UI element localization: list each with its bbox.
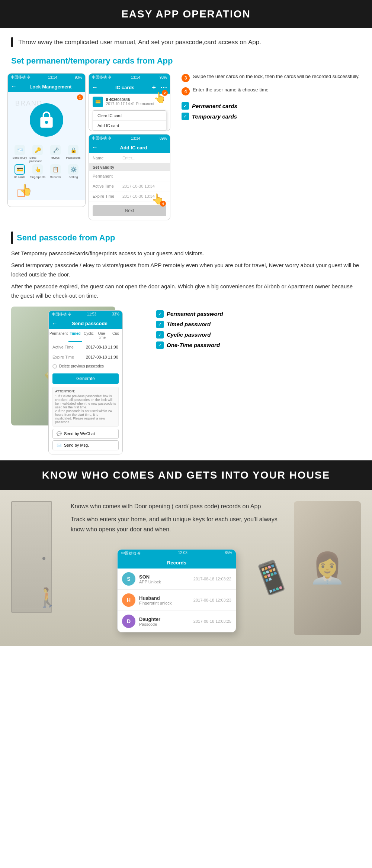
section1-subtitle: Set permanent/temporary cards from App: [0, 51, 372, 69]
back-arrow4-icon[interactable]: ←: [52, 320, 58, 327]
delete-label: Delete previous passcodes: [59, 364, 104, 368]
step4-text: Enter the user name & choose time: [193, 87, 269, 93]
section4: 🚶 Knows who comes with Door opening ( ca…: [0, 490, 372, 646]
permanent-pw-label: Permanent password: [167, 311, 223, 317]
back-arrow-icon[interactable]: ←: [11, 83, 17, 90]
send-passcode-left: 🧹 中国移动 令 11:53 33% ← Send passcode Perma…: [11, 307, 145, 454]
tab-cus[interactable]: Cus: [109, 329, 122, 342]
step4-instruction: 4 Enter the user name & choose time: [182, 87, 365, 95]
son-avatar: S: [122, 572, 135, 586]
screen1-titlebar: ← Lock Management: [8, 81, 85, 92]
records-statusbar: 中国移动 令 12:03 85%: [118, 550, 236, 557]
add-ic-icon[interactable]: +: [152, 84, 156, 91]
password-checkboxes: ✓ Permanent password ✓ Timed password ✓ …: [156, 310, 223, 352]
grid-ekeys[interactable]: 🗝️ eKeys: [47, 145, 64, 163]
cyclic-pw-check-icon: ✓: [156, 331, 164, 339]
name-field[interactable]: Name Enter...: [89, 153, 170, 163]
msg-icon: ✉️: [57, 443, 62, 448]
hand-phone-icon: 📱: [248, 555, 295, 601]
section4-text1: Knows who comes with Door opening ( card…: [71, 501, 283, 511]
send-passcode-title: Send passcode: [60, 321, 119, 326]
husband-method: Fingerprint unlock: [139, 601, 190, 605]
next-button[interactable]: Next: [93, 205, 166, 216]
husband-time: 2017-08-18 12:03:23: [193, 598, 231, 602]
back-arrow2-icon[interactable]: ←: [92, 84, 98, 91]
tab-onetime[interactable]: One-time: [95, 329, 109, 342]
section3-banner: KNOW WHO COMES AND GETS INTO YOUR HOUSE: [0, 460, 372, 490]
intro-text: Throw away the complicated user manual, …: [18, 37, 261, 47]
grid-setting[interactable]: ⚙️ Setting: [65, 164, 81, 179]
permanent-field[interactable]: Permanent: [89, 171, 170, 181]
husband-avatar: H: [122, 593, 135, 607]
section2-bar: [11, 231, 13, 244]
section4-content: Knows who comes with Door opening ( card…: [71, 501, 283, 633]
set-validity-header: Set validity: [89, 163, 170, 171]
send-passcode-phone: 中国移动 令 11:53 33% ← Send passcode Permane…: [48, 310, 123, 454]
son-time: 2017-08-18 12:03:22: [193, 577, 231, 581]
daughter-time: 2017-08-18 12:03:25: [193, 619, 231, 624]
back-arrow3-icon[interactable]: ←: [92, 144, 98, 151]
generate-button[interactable]: Generate: [52, 373, 119, 384]
record-husband: H Husband Fingerprint unlock 2017-08-18 …: [118, 590, 236, 611]
active-time-row: Active Time 2017-08-18 11:00: [49, 342, 122, 352]
tab-row: Permanent Timed Cyclic One-time Cus: [49, 329, 122, 342]
section2-p2: Send termporary passcode / ekey to visto…: [11, 260, 361, 279]
permanent-check-icon: ✓: [182, 102, 189, 110]
permanent-password-item: ✓ Permanent password: [156, 310, 223, 318]
screen1-statusbar: 中国移动 令 13:14 93%: [8, 74, 85, 81]
header-banner: EASY APP OPERATION: [0, 0, 372, 28]
ic-dropdown-menu: Clear IC card Add IC card: [93, 110, 166, 131]
temporary-cards-label: Temporary cards: [192, 113, 237, 120]
delete-radio[interactable]: [52, 364, 57, 369]
step3-instruction: 3 Swipe the user cards on the lock, then…: [182, 73, 365, 82]
add-ic-screen: 中国移动 令 13:34 89% ← Add IC card Name Ente…: [89, 134, 170, 220]
permanent-pw-check-icon: ✓: [156, 310, 164, 318]
section3-title: KNOW WHO COMES AND GETS INTO YOUR HOUSE: [42, 469, 330, 481]
header-title: EASY APP OPERATION: [121, 8, 251, 20]
daughter-name: Daughter: [139, 616, 190, 622]
card-type-checkboxes: ✓ Permanent cards ✓ Temporary cards: [182, 102, 365, 120]
onetime-pw-label: One-Time password: [167, 342, 220, 348]
door-area: 🚶: [11, 501, 60, 613]
grid-passcodes[interactable]: 🔒 Passcodes: [65, 145, 81, 163]
daughter-method: Passcode: [139, 622, 190, 626]
tab-permanent[interactable]: Permanent: [49, 329, 68, 342]
section2-p1: Set Temporary passcode/cards/fingerprint…: [11, 249, 361, 258]
section2-header: Send passcode from App: [0, 228, 372, 246]
screens-col2: 中国移动 令 13:14 93% ← IC cards + ⋯ 💳 8 4036…: [89, 73, 170, 220]
active-time-field[interactable]: Active Time 2017-10-30 13:34: [89, 181, 170, 191]
record-son: S SON APP Unlock 2017-08-18 12:03:22: [118, 569, 236, 590]
tab-timed[interactable]: Timed: [68, 329, 82, 342]
add-ic-title: Add IC card: [100, 145, 167, 150]
grid-send-ekey[interactable]: 📨 Send eKey: [12, 145, 28, 163]
grid-ic-cards[interactable]: 💳 IC cards: [12, 164, 28, 179]
add-ic-item[interactable]: Add IC card: [93, 121, 166, 130]
section2-p3: After the passcode expired, the guest ca…: [11, 282, 361, 301]
section2-title: Send passcode from App: [17, 233, 115, 243]
grid-send-passcode[interactable]: 🔑 Send passcode: [29, 145, 46, 163]
son-name: SON: [139, 574, 190, 580]
send-wechat-label: Send by WeChat: [64, 431, 95, 436]
temporary-cards-item: ✓ Temporary cards: [182, 113, 365, 120]
daughter-avatar: D: [122, 615, 135, 628]
cyclic-pw-label: Cyclic password: [167, 331, 211, 338]
section4-text2: Track who enters your home, and with uni…: [71, 514, 283, 534]
cyclic-password-item: ✓ Cyclic password: [156, 331, 223, 339]
send-msg-button[interactable]: ✉️ Send by Msg.: [52, 440, 119, 450]
attention-box: ATTENTION: 1.If 'Delete previous passcod…: [52, 387, 119, 427]
send-msg-label: Send by Msg.: [64, 443, 89, 447]
delete-passcode-row[interactable]: Delete previous passcodes: [49, 362, 122, 370]
section2-body: Set Temporary passcode/cards/fingerprint…: [0, 246, 372, 460]
permanent-cards-label: Permanent cards: [192, 103, 237, 109]
send-wechat-button[interactable]: 💬 Send by WeChat: [52, 429, 119, 439]
clear-ic-item[interactable]: Clear IC card: [93, 111, 166, 121]
tab-cyclic[interactable]: Cyclic: [82, 329, 95, 342]
son-method: APP Unlock: [139, 580, 190, 584]
grid-records[interactable]: 📋 Records: [47, 164, 64, 179]
screen1-title: Lock Management: [19, 84, 82, 90]
grid-fingerprints[interactable]: 👆 Fingerprints: [29, 164, 46, 179]
husband-name: Husband: [139, 595, 190, 601]
person-silhouette: 🚶: [36, 587, 59, 608]
onetime-pw-check-icon: ✓: [156, 341, 164, 349]
timed-pw-label: Timed password: [167, 321, 211, 327]
